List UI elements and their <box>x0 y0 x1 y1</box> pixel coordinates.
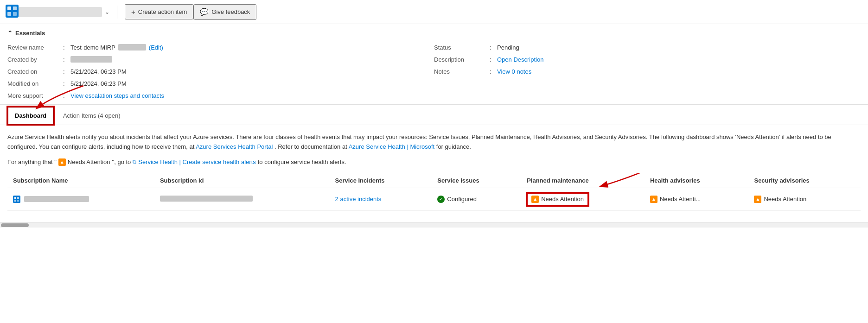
tab-action-items[interactable]: Action Items (4 open) <box>56 107 128 125</box>
health-advisories-text: Needs Attenti... <box>660 196 701 203</box>
essentials-title: Essentials <box>15 30 45 37</box>
edit-link[interactable]: (Edit) <box>149 44 163 51</box>
app-logo <box>6 5 19 19</box>
created-by-label: Created by <box>7 56 63 63</box>
review-name-value: Test-demo MIRP (Edit) <box>70 44 163 51</box>
dashboard-description: Azure Service Health alerts notify you a… <box>7 133 842 152</box>
description-label: Description <box>434 56 490 63</box>
configured-check-icon: ✓ <box>437 196 445 203</box>
svg-rect-0 <box>6 5 19 18</box>
table-row: 2 active incidents ✓ Configured ▲ Needs … <box>7 188 861 210</box>
col-health-advisories: Health advisories <box>645 173 749 188</box>
open-description-link[interactable]: Open Description <box>497 56 543 63</box>
cell-planned-maintenance: ▲ Needs Attention <box>521 188 645 210</box>
azure-service-health-link[interactable]: Azure Service Health | Microsoft <box>349 143 434 150</box>
description-value: Open Description <box>497 56 543 63</box>
description-row: Description : Open Description <box>434 54 861 64</box>
review-name-row: Review name : Test-demo MIRP (Edit) <box>7 42 434 52</box>
external-link-icon: ⧉ <box>133 159 136 165</box>
alert-text-final: to configure service health alerts. <box>258 158 346 165</box>
azure-health-portal-link[interactable]: Azure Services Health Portal <box>196 143 273 150</box>
notes-value: View 0 notes <box>497 68 531 75</box>
create-action-item-button[interactable]: + Create action item <box>125 4 193 19</box>
svg-rect-3 <box>7 12 11 16</box>
horizontal-scrollbar[interactable] <box>0 222 868 228</box>
modified-on-label: Modified on <box>7 80 63 87</box>
topbar-title-area: ⌄ <box>19 7 109 17</box>
essentials-collapse-icon: ⌃ <box>7 30 13 37</box>
cell-health-advisories: ▲ Needs Attenti... <box>645 188 749 210</box>
service-health-link[interactable]: Service Health | Create service health a… <box>138 158 255 165</box>
tab-dashboard[interactable]: Dashboard <box>7 107 54 125</box>
notes-label: Notes <box>434 68 490 75</box>
essentials-section: ⌃ Essentials Review name : Test-demo MIR… <box>0 24 868 105</box>
subscription-icon <box>13 196 20 203</box>
svg-rect-9 <box>17 197 19 199</box>
more-support-value: View escalation steps and contacts <box>70 92 164 99</box>
dashboard-content: Azure Service Health alerts notify you a… <box>0 125 868 218</box>
create-action-item-label: Create action item <box>138 8 187 15</box>
give-feedback-label: Give feedback <box>211 8 250 15</box>
status-value: Pending <box>497 44 519 51</box>
subscription-name-blur <box>24 196 89 202</box>
col-subscription-name: Subscription Name <box>7 173 154 188</box>
created-on-value: 5/21/2024, 06:23 PM <box>70 68 127 75</box>
cell-service-incidents[interactable]: 2 active incidents <box>330 188 432 210</box>
desc-end-text: for guidance. <box>436 143 471 150</box>
dashboard-alert-row: For anything that " ▲ Needs Attention ",… <box>7 158 861 166</box>
status-label: Status <box>434 44 490 51</box>
configured-badge: ✓ Configured <box>437 196 516 203</box>
feedback-icon: 💬 <box>200 8 209 16</box>
planned-maintenance-badge: ▲ Needs Attention <box>527 193 588 206</box>
warning-icon-health: ▲ <box>650 196 657 203</box>
svg-rect-8 <box>14 197 16 199</box>
give-feedback-button[interactable]: 💬 Give feedback <box>193 4 256 20</box>
warning-icon-planned: ▲ <box>531 196 539 203</box>
cell-security-advisories: ▲ Needs Attention <box>748 188 861 210</box>
col-service-issues: Service issues <box>432 173 521 188</box>
modified-on-value: 5/21/2024, 06:23 PM <box>70 80 127 87</box>
more-support-row: More support : View escalation steps and… <box>7 90 434 101</box>
topbar-chevron-icon[interactable]: ⌄ <box>105 9 109 15</box>
essentials-left: Review name : Test-demo MIRP (Edit) Crea… <box>7 42 434 101</box>
review-name-label: Review name <box>7 44 63 51</box>
subscriptions-table: Subscription Name Subscription Id Servic… <box>7 173 861 211</box>
security-advisories-text: Needs Attention <box>764 196 806 203</box>
cell-subscription-id <box>154 188 330 210</box>
alert-text-after: ", go to <box>112 158 131 165</box>
status-row: Status : Pending <box>434 42 861 52</box>
active-incidents-link[interactable]: 2 active incidents <box>335 196 382 203</box>
needs-attention-inline-text: Needs Attention <box>68 158 110 165</box>
created-on-row: Created on : 5/21/2024, 06:23 PM <box>7 66 434 76</box>
cell-service-issues: ✓ Configured <box>432 188 521 210</box>
essentials-right: Status : Pending Description : Open Desc… <box>434 42 861 101</box>
service-issues-text: Configured <box>447 196 477 203</box>
svg-rect-1 <box>7 6 11 10</box>
modified-on-text: 5/21/2024, 06:23 PM <box>70 80 127 87</box>
col-planned-maintenance: Planned maintenance <box>521 173 645 188</box>
tabs-container: Dashboard Action Items (4 open) <box>0 107 868 125</box>
warning-icon-security: ▲ <box>754 196 761 203</box>
col-subscription-id: Subscription Id <box>154 173 330 188</box>
escalation-link[interactable]: View escalation steps and contacts <box>70 92 164 99</box>
svg-rect-2 <box>13 6 17 10</box>
tab-action-items-label: Action Items (4 open) <box>63 112 121 119</box>
tab-dashboard-label: Dashboard <box>15 112 46 119</box>
health-advisories-badge: ▲ Needs Attenti... <box>650 196 701 203</box>
created-by-blur <box>70 56 112 63</box>
essentials-header[interactable]: ⌃ Essentials <box>7 30 861 37</box>
tabs-area: Dashboard Action Items (4 open) <box>0 107 868 125</box>
more-support-label: More support <box>7 92 63 99</box>
planned-maintenance-text: Needs Attention <box>541 196 584 203</box>
view-notes-link[interactable]: View 0 notes <box>497 68 531 75</box>
created-by-value <box>70 56 112 63</box>
created-by-row: Created by : <box>7 54 434 64</box>
subscription-id-blur <box>160 196 253 202</box>
col-security-advisories: Security advisories <box>748 173 861 188</box>
svg-rect-4 <box>13 12 17 16</box>
alert-text-before: For anything that " <box>7 158 57 165</box>
notes-row: Notes : View 0 notes <box>434 66 861 76</box>
status-text: Pending <box>497 44 519 51</box>
col-service-incidents: Service Incidents <box>330 173 432 188</box>
desc-mid-text: . Refer to documentation at <box>274 143 347 150</box>
